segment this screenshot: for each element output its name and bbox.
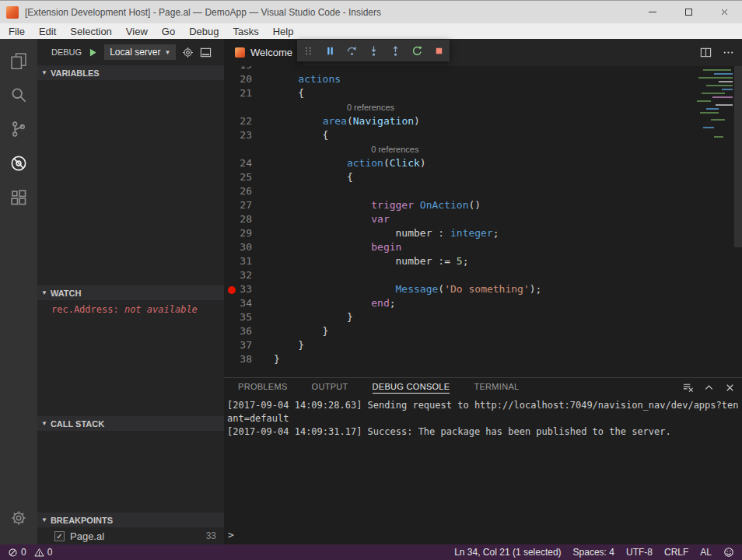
activity-debug-icon[interactable] bbox=[0, 146, 37, 180]
close-button[interactable] bbox=[706, 1, 742, 23]
code-line-38[interactable]: 38} bbox=[224, 353, 742, 367]
code-text[interactable]: number := 5; bbox=[274, 255, 742, 269]
code-text[interactable]: } bbox=[274, 311, 742, 325]
encoding-setting[interactable]: UTF-8 bbox=[626, 547, 653, 558]
gutter[interactable]: 30 bbox=[224, 241, 274, 255]
feedback-smiley-icon[interactable] bbox=[723, 547, 734, 558]
code-text[interactable]: action(Click) bbox=[274, 157, 742, 171]
code-line-35[interactable]: 35 } bbox=[224, 311, 742, 325]
gutter[interactable]: 33 bbox=[224, 283, 274, 297]
menu-view[interactable]: View bbox=[119, 26, 155, 37]
debug-console-repl[interactable]: > bbox=[228, 529, 488, 541]
codelens-references[interactable]: 0 references bbox=[224, 101, 742, 115]
menu-selection[interactable]: Selection bbox=[63, 26, 118, 37]
breakpoints-section-header[interactable]: ▼ BREAKPOINTS bbox=[37, 513, 224, 527]
start-debugging-button[interactable] bbox=[88, 47, 98, 58]
activity-extensions-icon[interactable] bbox=[0, 180, 37, 215]
gutter[interactable]: 36 bbox=[224, 325, 274, 339]
minimize-button[interactable] bbox=[635, 1, 670, 23]
gutter[interactable]: 26 bbox=[224, 185, 274, 199]
code-text[interactable]: var bbox=[274, 213, 742, 227]
code-text[interactable]: area(Navigation) bbox=[274, 115, 742, 129]
code-line-23[interactable]: 23 { bbox=[224, 129, 742, 143]
code-line-30[interactable]: 30 begin bbox=[224, 241, 742, 255]
code-text[interactable]: } bbox=[274, 325, 742, 339]
code-line-26[interactable]: 26 bbox=[224, 185, 742, 199]
gutter[interactable]: 20 bbox=[224, 73, 274, 87]
open-debug-console-icon[interactable] bbox=[200, 47, 212, 58]
gutter[interactable]: 28 bbox=[224, 213, 274, 227]
code-text[interactable]: } bbox=[274, 353, 742, 367]
codelens-label[interactable]: 0 references bbox=[371, 145, 418, 159]
language-mode[interactable]: AL bbox=[700, 547, 712, 558]
breakpoint-checkbox[interactable]: ✓ bbox=[54, 531, 65, 541]
menu-go[interactable]: Go bbox=[155, 26, 182, 37]
activity-source-control-icon[interactable] bbox=[0, 112, 37, 146]
panel-tab-problems[interactable]: PROBLEMS bbox=[238, 382, 288, 394]
code-line-28[interactable]: 28 var bbox=[224, 213, 742, 227]
gutter[interactable]: 32 bbox=[224, 269, 274, 283]
close-panel-icon[interactable] bbox=[724, 382, 736, 394]
code-line-25[interactable]: 25 { bbox=[224, 171, 742, 185]
gutter[interactable]: 22 bbox=[224, 115, 274, 129]
eol-setting[interactable]: CRLF bbox=[664, 547, 688, 558]
menu-debug[interactable]: Debug bbox=[182, 26, 226, 37]
code-text[interactable]: Message('Do something'); bbox=[274, 283, 742, 297]
minimap[interactable] bbox=[680, 68, 734, 192]
configure-gear-icon[interactable] bbox=[182, 47, 194, 58]
panel-tab-terminal[interactable]: TERMINAL bbox=[474, 382, 519, 394]
menu-edit[interactable]: Edit bbox=[32, 26, 63, 37]
clear-console-icon[interactable] bbox=[682, 382, 694, 394]
code-text[interactable]: } bbox=[274, 339, 742, 353]
maximize-panel-icon[interactable] bbox=[703, 382, 715, 394]
gutter[interactable]: 29 bbox=[224, 227, 274, 241]
gutter[interactable]: 25 bbox=[224, 171, 274, 185]
gutter[interactable]: 35 bbox=[224, 311, 274, 325]
gutter[interactable]: 27 bbox=[224, 199, 274, 213]
gutter[interactable]: 23 bbox=[224, 129, 274, 143]
settings-gear-icon[interactable] bbox=[0, 501, 37, 535]
debug-console-input[interactable] bbox=[239, 529, 488, 541]
breakpoint-dot[interactable] bbox=[228, 286, 236, 294]
variables-section-header[interactable]: ▼ VARIABLES bbox=[37, 65, 224, 80]
code-line-31[interactable]: 31 number := 5; bbox=[224, 255, 742, 269]
gutter[interactable]: 21 bbox=[224, 87, 274, 101]
code-line-29[interactable]: 29 number : integer; bbox=[224, 227, 742, 241]
code-text[interactable]: { bbox=[274, 171, 742, 185]
panel-tab-debug-console[interactable]: DEBUG CONSOLE bbox=[373, 382, 450, 394]
activity-search-icon[interactable] bbox=[0, 78, 37, 112]
code-text[interactable]: actions bbox=[274, 73, 742, 87]
tab-welcome[interactable]: Welcome bbox=[224, 39, 303, 66]
breakpoint-item[interactable]: ✓Page.al33 bbox=[37, 527, 224, 544]
code-text[interactable]: trigger OnAction() bbox=[274, 199, 742, 213]
gutter[interactable]: 37 bbox=[224, 339, 274, 353]
activity-explorer-icon[interactable] bbox=[0, 44, 37, 78]
code-text[interactable]: { bbox=[274, 87, 742, 101]
maximize-button[interactable] bbox=[670, 1, 706, 23]
code-line-21[interactable]: 21 { bbox=[224, 87, 742, 101]
stop-button[interactable] bbox=[429, 41, 449, 60]
menu-help[interactable]: Help bbox=[266, 26, 301, 37]
code-line-24[interactable]: 24 action(Click) bbox=[224, 157, 742, 171]
code-line-20[interactable]: 20 actions bbox=[224, 73, 742, 87]
editor-scrollbar[interactable] bbox=[734, 66, 742, 247]
code-line-36[interactable]: 36 } bbox=[224, 325, 742, 339]
code-text[interactable]: end; bbox=[274, 297, 742, 311]
step-over-button[interactable] bbox=[341, 41, 362, 60]
cursor-position[interactable]: Ln 34, Col 21 (1 selected) bbox=[454, 547, 561, 558]
code-line-34[interactable]: 34 end; bbox=[224, 297, 742, 311]
code-line-37[interactable]: 37 } bbox=[224, 339, 742, 353]
warning-count-indicator[interactable]: 0 bbox=[34, 547, 53, 558]
code-line-27[interactable]: 27 trigger OnAction() bbox=[224, 199, 742, 213]
gutter[interactable]: 24 bbox=[224, 157, 274, 171]
codelens-label[interactable]: 0 references bbox=[347, 103, 394, 117]
code-text[interactable]: number : integer; bbox=[274, 227, 742, 241]
gutter[interactable]: 34 bbox=[224, 297, 274, 311]
code-text[interactable] bbox=[274, 269, 742, 283]
watch-item[interactable]: rec.Address: not available bbox=[37, 300, 224, 315]
code-text[interactable] bbox=[274, 66, 742, 73]
indentation-setting[interactable]: Spaces: 4 bbox=[573, 547, 614, 558]
step-into-button[interactable] bbox=[363, 41, 383, 60]
code-text[interactable]: begin bbox=[274, 241, 742, 255]
gutter[interactable]: 19 bbox=[224, 66, 274, 73]
